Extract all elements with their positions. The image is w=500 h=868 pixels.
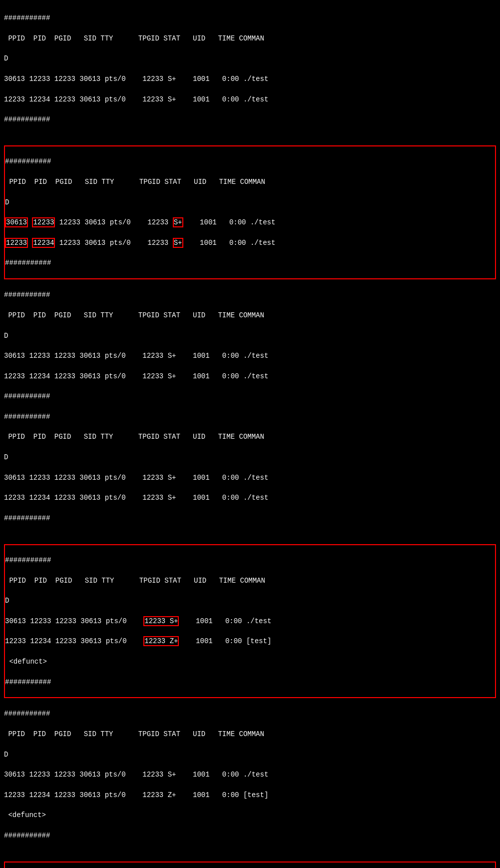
line: ###########	[4, 290, 496, 300]
terminal-output: ########### PPID PID PGID SID TTY TPGID …	[4, 3, 496, 868]
line: 12233 12234 12233 30613 pts/0 12233 S+ 1…	[4, 493, 496, 503]
line: ###########	[5, 258, 495, 268]
line: ###########	[5, 555, 495, 565]
line: ###########	[4, 709, 496, 719]
line: PPID PID PGID SID TTY TPGID STAT UID TIM…	[4, 310, 496, 320]
line: ###########	[4, 114, 496, 124]
line: PPID PID PGID SID TTY TPGID STAT UID TIM…	[4, 432, 496, 442]
line: ###########	[5, 156, 495, 166]
highlighted-block-2: ########### PPID PID PGID SID TTY TPGID …	[4, 544, 496, 698]
line: D	[4, 53, 496, 63]
line: PPID PID PGID SID TTY TPGID STAT UID TIM…	[4, 33, 496, 43]
highlighted-block-3: ########### PPID PID PGID SID TTY TPGID …	[4, 862, 496, 868]
data-line-2: 12233 12234 12233 30613 pts/0 12233 S+ 1…	[5, 238, 495, 248]
line: ###########	[4, 13, 496, 23]
line: D	[5, 197, 495, 207]
line: <defunct>	[4, 810, 496, 820]
line: ###########	[4, 412, 496, 422]
line: ###########	[4, 831, 496, 841]
line: 12233 12234 12233 30613 pts/0 12233 S+ 1…	[4, 371, 496, 381]
line: 30613 12233 12233 30613 pts/0 12233 S+ 1…	[4, 770, 496, 780]
line: 30613 12233 12233 30613 pts/0 12233 S+ 1…	[4, 74, 496, 84]
line: ###########	[4, 391, 496, 401]
line: D	[5, 596, 495, 606]
line: D	[4, 331, 496, 341]
line: 12233 12234 12233 30613 pts/0 12233 Z+ 1…	[5, 636, 495, 646]
line: PPID PID PGID SID TTY TPGID STAT UID TIM…	[4, 729, 496, 739]
line: ###########	[5, 677, 495, 687]
data-line-1: 30613 12233 12233 30613 pts/0 12233 S+ 1…	[5, 217, 495, 227]
line: <defunct>	[5, 657, 495, 667]
line: 12233 12234 12233 30613 pts/0 12233 Z+ 1…	[4, 790, 496, 800]
line: 30613 12233 12233 30613 pts/0 12233 S+ 1…	[4, 473, 496, 483]
line: D	[4, 452, 496, 462]
line: ###########	[4, 513, 496, 523]
line: 30613 12233 12233 30613 pts/0 12233 S+ 1…	[5, 616, 495, 626]
highlighted-block-1: ########### PPID PID PGID SID TTY TPGID …	[4, 145, 496, 279]
header-line: PPID PID PGID SID TTY TPGID STAT UID TIM…	[5, 177, 495, 187]
line: D	[4, 750, 496, 760]
line: 30613 12233 12233 30613 pts/0 12233 S+ 1…	[4, 351, 496, 361]
line: PPID PID PGID SID TTY TPGID STAT UID TIM…	[5, 576, 495, 586]
line: 12233 12234 12233 30613 pts/0 12233 S+ 1…	[4, 94, 496, 104]
